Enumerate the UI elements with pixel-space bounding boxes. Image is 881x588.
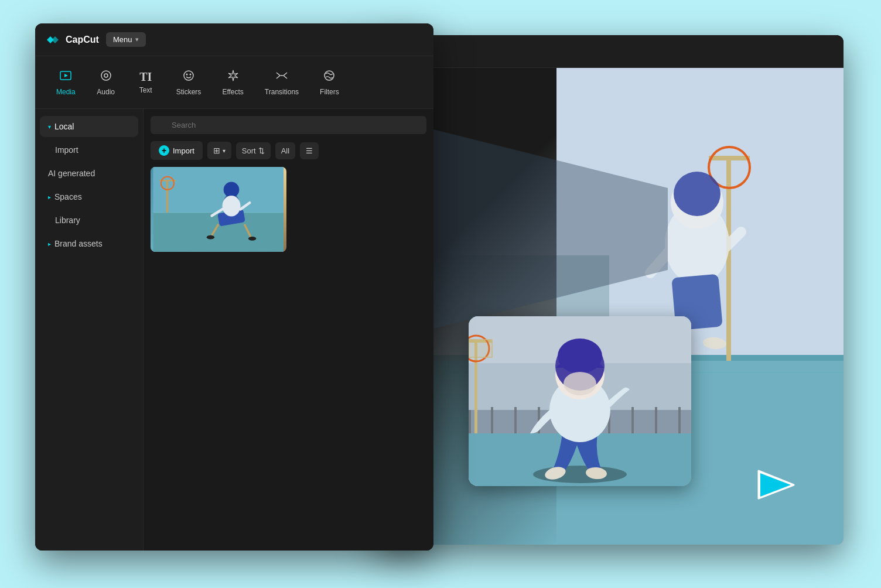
filters-icon	[323, 69, 336, 84]
sidebar-brand-assets-label: Brand assets	[54, 239, 103, 248]
sidebar-item-spaces[interactable]: ▸ Spaces	[40, 186, 138, 207]
media-icon	[59, 69, 72, 84]
toolbar-audio-label: Audio	[97, 88, 115, 96]
media-toolbar-row: + Import ⊞ ▾ Sort ⇅ All ☰	[151, 141, 426, 160]
svg-rect-35	[709, 156, 750, 160]
svg-point-6	[190, 73, 192, 75]
app-header: CapCut Menu	[35, 23, 433, 56]
svg-marker-1	[64, 74, 68, 77]
logo-text: CapCut	[66, 35, 99, 45]
content-area: ▾ Local Import AI generated ▸ Spaces Lib…	[35, 109, 433, 551]
svg-point-21	[248, 237, 256, 241]
filter-all-label: All	[281, 146, 289, 155]
toolbar-media-label: Media	[56, 88, 76, 96]
preview-card-image	[469, 316, 691, 486]
svg-point-69	[564, 372, 596, 395]
import-label: Import	[173, 146, 194, 155]
search-wrapper: ⌕	[151, 116, 426, 134]
toolbar-audio[interactable]: Audio	[87, 63, 125, 102]
import-plus-icon: +	[159, 145, 169, 156]
svg-rect-62	[469, 340, 492, 357]
svg-point-3	[104, 74, 108, 77]
sidebar-item-import[interactable]: Import	[40, 139, 138, 160]
cursor-arrow-svg	[756, 469, 797, 501]
view-dropdown-icon: ▾	[223, 148, 226, 154]
text-icon: TI	[139, 71, 152, 83]
svg-point-22	[222, 196, 240, 217]
player-header: Player	[375, 35, 844, 68]
preview-card	[469, 316, 691, 486]
media-thumbnail-1[interactable]	[151, 167, 286, 252]
filter-all-button[interactable]: All	[275, 142, 295, 159]
sidebar: ▾ Local Import AI generated ▸ Spaces Lib…	[35, 109, 144, 551]
svg-point-16	[224, 182, 240, 198]
capcut-window: CapCut Menu Media	[35, 23, 433, 551]
svg-point-2	[101, 71, 111, 80]
toolbar-stickers-label: Stickers	[176, 88, 202, 96]
sort-button[interactable]: Sort ⇅	[236, 142, 271, 159]
sort-label: Sort	[242, 146, 256, 155]
svg-point-5	[186, 73, 188, 75]
toolbar-effects[interactable]: Effects	[213, 63, 252, 102]
grid-view-icon: ⊞	[213, 146, 220, 155]
spaces-arrow-icon: ▸	[48, 194, 51, 200]
search-input[interactable]	[151, 116, 426, 134]
import-button[interactable]: + Import	[151, 141, 203, 160]
sidebar-item-library[interactable]: Library	[40, 210, 138, 231]
skateboarder-thumb-svg	[151, 167, 286, 252]
toolbar: Media Audio TI Text	[35, 56, 433, 109]
svg-rect-12	[166, 180, 168, 213]
capcut-logo-icon	[45, 32, 61, 48]
toolbar-text-label: Text	[139, 86, 152, 94]
toolbar-filters[interactable]: Filters	[310, 63, 349, 102]
media-panel: ⌕ + Import ⊞ ▾ Sort ⇅	[144, 109, 433, 551]
sidebar-item-ai[interactable]: AI generated	[40, 163, 138, 184]
menu-button[interactable]: Menu	[106, 32, 146, 47]
view-toggle-button[interactable]: ⊞ ▾	[207, 142, 231, 159]
toolbar-text[interactable]: TI Text	[127, 65, 165, 100]
filter-options-button[interactable]: ☰	[300, 142, 319, 159]
toolbar-media[interactable]: Media	[47, 63, 85, 102]
play-cursor[interactable]	[756, 469, 791, 498]
sidebar-item-local[interactable]: ▾ Local	[40, 116, 138, 137]
toolbar-stickers[interactable]: Stickers	[167, 63, 211, 102]
svg-point-20	[207, 235, 214, 240]
svg-point-8	[325, 71, 334, 80]
filter-icon: ☰	[306, 146, 313, 155]
sidebar-spaces-label: Spaces	[54, 192, 82, 201]
toolbar-transitions-label: Transitions	[265, 88, 299, 96]
effects-icon	[227, 69, 240, 84]
audio-icon	[100, 69, 112, 84]
player-content	[375, 68, 844, 545]
transitions-icon	[275, 69, 288, 84]
svg-point-4	[184, 71, 193, 80]
sidebar-local-label: Local	[54, 122, 74, 131]
svg-point-39	[674, 172, 720, 216]
player-window: Player	[375, 35, 844, 545]
toolbar-effects-label: Effects	[222, 88, 243, 96]
app-container: CapCut Menu Media	[35, 23, 844, 562]
sidebar-item-brand-assets[interactable]: ▸ Brand assets	[40, 233, 138, 254]
sidebar-import-label: Import	[55, 145, 78, 155]
preview-skater-svg	[469, 316, 691, 486]
logo-area: CapCut	[45, 32, 99, 48]
svg-point-68	[558, 339, 602, 374]
local-arrow-icon: ▾	[48, 124, 51, 130]
stickers-icon	[182, 69, 195, 84]
toolbar-transitions[interactable]: Transitions	[255, 63, 308, 102]
sort-icon: ⇅	[258, 146, 265, 155]
brand-assets-arrow-icon: ▸	[48, 241, 51, 247]
toolbar-filters-label: Filters	[320, 88, 339, 96]
media-grid	[151, 167, 426, 252]
sidebar-library-label: Library	[55, 216, 80, 225]
sidebar-ai-label: AI generated	[48, 169, 95, 178]
